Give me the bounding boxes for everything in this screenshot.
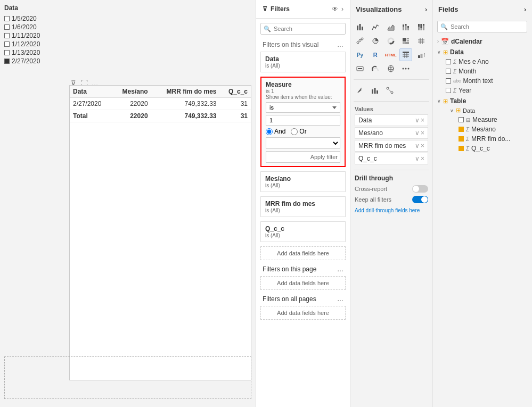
add-fields-button[interactable]: Add data fields here bbox=[260, 246, 346, 260]
viz-field-row-q[interactable]: Q_c_c ∨ × bbox=[355, 153, 428, 164]
tree-group-data-header[interactable]: ∨ ⊞ Data bbox=[435, 47, 529, 57]
viz-scatter-icon[interactable] bbox=[354, 35, 366, 47]
checkbox-qcc-table[interactable] bbox=[459, 146, 464, 151]
viz-map-icon[interactable] bbox=[384, 62, 397, 75]
sidebar-item-5[interactable]: 1/13/2020 bbox=[4, 49, 68, 56]
checkbox-5[interactable] bbox=[4, 50, 10, 55]
field-chevron-down-icon-2[interactable]: ∨ bbox=[415, 129, 420, 137]
page-ellipsis-icon[interactable]: … bbox=[337, 265, 343, 273]
tree-group-dcalendar-header[interactable]: › 📅 dCalendar bbox=[435, 37, 529, 46]
keep-filters-row: Keep all filters bbox=[355, 196, 428, 203]
or-radio[interactable] bbox=[291, 128, 298, 135]
field-x-icon-3[interactable]: × bbox=[421, 142, 424, 149]
sidebar-item-1[interactable]: 1/5/2020 bbox=[4, 15, 68, 22]
viz-python-icon[interactable]: Py bbox=[354, 48, 366, 61]
viz-r-icon[interactable]: R bbox=[369, 48, 382, 61]
checkbox-4[interactable] bbox=[4, 41, 10, 47]
all-pages-ellipsis-icon[interactable]: … bbox=[337, 295, 343, 303]
filter-measure-card[interactable]: Measure is 1 Show items when the value: … bbox=[260, 77, 346, 167]
viz-more-icon[interactable] bbox=[399, 62, 412, 75]
checkbox-6[interactable] bbox=[4, 59, 10, 64]
or-radio-label[interactable]: Or bbox=[291, 128, 306, 135]
checkbox-mrr-table[interactable] bbox=[459, 136, 464, 142]
viz-card-icon[interactable] bbox=[354, 62, 366, 75]
tree-group-table-header[interactable]: ∨ ⊞ Table bbox=[435, 96, 529, 106]
tree-item-mesano-table[interactable]: Σ Mes/ano bbox=[456, 124, 529, 134]
tree-item-measure[interactable]: ⊟ Measure bbox=[456, 115, 529, 124]
filter-data-card[interactable]: Data is (All) bbox=[260, 52, 346, 72]
viz-title: Visualizations bbox=[356, 5, 402, 13]
viz-html-icon[interactable]: HTML bbox=[384, 48, 397, 61]
viz-line-chart-icon[interactable] bbox=[369, 21, 382, 34]
viz-treemap-icon[interactable] bbox=[399, 35, 412, 47]
checkbox-1[interactable] bbox=[4, 16, 10, 21]
checkbox-month-text[interactable] bbox=[446, 78, 451, 84]
table-row-total[interactable]: Total 22020 749,332.33 31 bbox=[70, 110, 251, 122]
filter-mrr-card[interactable]: MRR fim do mes is (All) bbox=[260, 196, 346, 217]
checkbox-mes-e-ano[interactable] bbox=[446, 59, 451, 64]
checkbox-month[interactable] bbox=[446, 69, 451, 74]
nested-data-header[interactable]: ∨ ⊞ Data bbox=[448, 106, 529, 115]
filter-condition-dropdown[interactable]: is is not is greater than is less than bbox=[266, 102, 340, 113]
viz-field-row-data[interactable]: Data ∨ × bbox=[355, 114, 428, 126]
fields-chevron-icon[interactable]: › bbox=[524, 6, 526, 13]
tree-item-mrr-table[interactable]: Σ MRR fim do... bbox=[456, 134, 529, 144]
add-all-pages-fields-button[interactable]: Add data fields here bbox=[260, 306, 346, 320]
cell-q-total: 31 bbox=[220, 110, 251, 122]
checkbox-2[interactable] bbox=[4, 24, 10, 30]
field-x-icon[interactable]: × bbox=[421, 117, 424, 124]
viz-pie-icon[interactable] bbox=[369, 35, 382, 47]
and-radio-label[interactable]: And bbox=[266, 128, 285, 135]
viz-area-chart-icon[interactable] bbox=[384, 21, 397, 34]
sidebar-item-4[interactable]: 1/12/2020 bbox=[4, 40, 68, 48]
checkbox-measure[interactable] bbox=[459, 117, 464, 122]
viz-chevron-icon[interactable]: › bbox=[425, 6, 427, 13]
eye-icon[interactable]: 👁 bbox=[332, 5, 338, 13]
viz-table-icon[interactable] bbox=[399, 48, 412, 61]
viz-gauge-icon[interactable] bbox=[369, 62, 382, 75]
field-chevron-down-icon-3[interactable]: ∨ bbox=[415, 142, 420, 149]
viz-stacked-bar-icon[interactable] bbox=[399, 21, 412, 34]
sidebar-item-6[interactable]: 2/27/2020 bbox=[4, 57, 68, 65]
viz-bar-chart-icon[interactable] bbox=[354, 21, 366, 34]
filters-search-input[interactable] bbox=[260, 23, 346, 35]
field-chevron-down-icon-4[interactable]: ∨ bbox=[415, 155, 420, 162]
filter-qcc-card[interactable]: Q_c_c is (All) bbox=[260, 221, 346, 242]
field-x-icon-2[interactable]: × bbox=[421, 129, 424, 137]
viz-analytics-icon[interactable] bbox=[383, 84, 396, 97]
chevron-right-icon[interactable]: › bbox=[341, 5, 343, 13]
cell-data-total: Total bbox=[70, 110, 112, 122]
filter-mesano-card[interactable]: Mes/ano is (All) bbox=[260, 171, 346, 192]
field-chevron-down-icon[interactable]: ∨ bbox=[415, 117, 420, 124]
tree-item-month[interactable]: Σ Month bbox=[444, 67, 529, 76]
ellipsis-icon[interactable]: … bbox=[337, 41, 343, 48]
filter-value-input[interactable] bbox=[266, 115, 340, 126]
add-drill-through-button[interactable]: Add drill-through fields here bbox=[355, 207, 420, 213]
tree-item-month-text[interactable]: abc Month text bbox=[444, 76, 529, 86]
viz-matrix-icon[interactable] bbox=[415, 35, 428, 47]
viz-field-row-mesano[interactable]: Mes/ano ∨ × bbox=[355, 127, 428, 139]
viz-kpi-icon[interactable]: ↑ bbox=[415, 48, 428, 61]
and-radio[interactable] bbox=[266, 128, 273, 135]
sidebar-item-2[interactable]: 1/6/2020 bbox=[4, 23, 68, 31]
fields-search-input[interactable] bbox=[437, 21, 527, 32]
checkbox-mesano-table[interactable] bbox=[459, 127, 464, 132]
viz-field-row-mrr[interactable]: MRR fim do mes ∨ × bbox=[355, 140, 428, 152]
table-row[interactable]: 2/27/2020 22020 749,332.33 31 bbox=[70, 98, 251, 110]
viz-donut-icon[interactable] bbox=[384, 35, 397, 47]
checkbox-year[interactable] bbox=[446, 88, 451, 93]
tree-item-qcc-table[interactable]: Σ Q_c_c bbox=[456, 144, 529, 153]
tree-item-year[interactable]: Σ Year bbox=[444, 86, 529, 95]
add-page-fields-button[interactable]: Add data fields here bbox=[260, 276, 346, 290]
field-x-icon-4[interactable]: × bbox=[421, 155, 424, 162]
filter-second-condition-dropdown[interactable] bbox=[266, 137, 340, 149]
apply-filter-button[interactable]: Apply filter bbox=[266, 151, 340, 163]
keep-filters-toggle[interactable] bbox=[412, 196, 428, 203]
sidebar-item-3[interactable]: 1/11/2020 bbox=[4, 32, 68, 39]
viz-paintbrush-icon[interactable] bbox=[354, 84, 366, 97]
cross-report-toggle[interactable] bbox=[412, 185, 428, 193]
checkbox-3[interactable] bbox=[4, 33, 10, 38]
viz-100pct-icon[interactable] bbox=[415, 21, 428, 34]
tree-item-mes-e-ano[interactable]: Σ Mes e Ano bbox=[444, 57, 529, 67]
viz-bar-chart-2-icon[interactable] bbox=[369, 84, 381, 97]
